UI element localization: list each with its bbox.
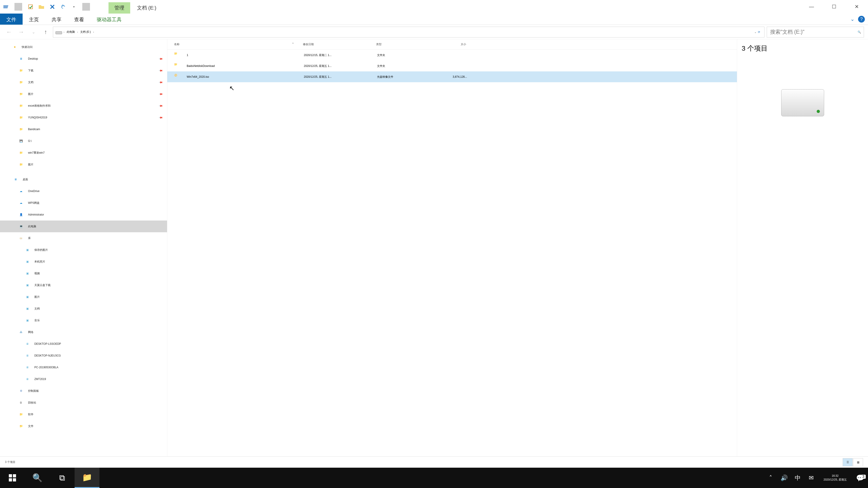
nav-qa-item[interactable]: 📁win7重装win7 [0, 147, 167, 159]
taskbar-search-button[interactable]: 🔍 [25, 468, 50, 488]
breadcrumb-location[interactable]: 文档 (E:) [79, 30, 92, 34]
ribbon-collapse-icon[interactable]: ⌄ [850, 16, 855, 22]
ribbon-tab-drivetools[interactable]: 驱动器工具 [90, 13, 128, 25]
task-view-button[interactable]: ⧉ [50, 468, 74, 488]
nav-wps[interactable]: ☁WPS网盘 [0, 197, 167, 209]
column-name[interactable]: 名称˄ [174, 42, 303, 46]
nav-net-item[interactable]: 🖥DESKTOP-NJEU3CG [0, 350, 167, 361]
nav-software[interactable]: 📁软件 [0, 409, 167, 420]
qat-properties-icon[interactable] [27, 3, 34, 11]
ribbon-tab-share[interactable]: 共享 [45, 13, 68, 25]
nav-qa-item[interactable]: 📁图片📌 [0, 88, 167, 100]
status-bar: 3 个项目 ☰ ▦ [0, 456, 868, 468]
nav-net-item[interactable]: 🖥ZMT2019 [0, 373, 167, 385]
nav-net-item[interactable]: 🖥PC-20190530OBLA [0, 361, 167, 373]
ribbon-tab-file[interactable]: 文件 [0, 13, 23, 25]
qat-undo-icon[interactable] [59, 3, 67, 11]
contextual-tab-manage[interactable]: 管理 [108, 2, 130, 13]
help-icon[interactable]: ? [858, 16, 865, 23]
nav-onedrive[interactable]: ☁OneDrive [0, 185, 167, 197]
breadcrumb-dropdown-icon[interactable]: ⌄ [754, 31, 756, 34]
ribbon-tab-view[interactable]: 查看 [68, 13, 90, 25]
refresh-icon[interactable]: ⟳ [758, 31, 760, 34]
breadcrumb[interactable]: › 此电脑 › 文档 (E:) › ⌄ ⟳ [53, 27, 765, 37]
file-row[interactable]: 📁 1 2020/12/15, 星期二 1... 文件夹 [167, 50, 737, 61]
nav-lib-item[interactable]: ▣天翼云盘下载 [0, 279, 167, 291]
nav-net-item[interactable]: 🖥DESKTOP-LSSOEDP [0, 338, 167, 350]
nav-qa-item[interactable]: 📁YUNQISHI2019📌 [0, 111, 167, 123]
qat-delete-icon[interactable]: ✕ [49, 3, 56, 11]
nav-qa-item[interactable]: 📁excel表格制作求和📌 [0, 100, 167, 111]
nav-files[interactable]: 📁文件 [0, 420, 167, 432]
ime-icon[interactable]: 中 [791, 474, 804, 482]
action-center-button[interactable]: 💬 3 [852, 474, 868, 482]
pin-icon: 📌 [158, 103, 163, 108]
drive-preview-icon [781, 89, 824, 116]
nav-recent-dropdown[interactable]: ⌄ [29, 27, 38, 37]
maximize-button[interactable]: ☐ [823, 0, 845, 13]
close-button[interactable]: ✕ [845, 0, 868, 13]
search-input[interactable] [770, 29, 861, 35]
qat-newfolder-icon[interactable] [37, 3, 45, 11]
tray-app-icon[interactable]: ✉ [804, 475, 818, 482]
column-type[interactable]: 类型 [376, 42, 437, 46]
nav-up-button[interactable]: ↑ [41, 27, 51, 37]
breadcrumb-sep[interactable]: › [64, 31, 64, 34]
nav-label: DESKTOP-NJEU3CG [34, 354, 61, 357]
ribbon-tabs: 文件 主页 共享 查看 驱动器工具 ⌄ ? [0, 13, 868, 25]
nav-qa-item[interactable]: 📁图片 [0, 159, 167, 170]
nav-lib-item[interactable]: ▣本机照片 [0, 256, 167, 267]
nav-label: G:\ [28, 139, 32, 142]
nav-back-button[interactable]: ← [4, 27, 14, 37]
library-icon: 🗂 [17, 235, 25, 241]
taskbar-clock[interactable]: 16:32 2020/12/25, 星期五 [818, 474, 852, 482]
file-row[interactable]: 📁 BaiduNetdiskDownload 2020/12/25, 星期五 1… [167, 61, 737, 71]
nav-lib-item[interactable]: ▣图片 [0, 291, 167, 303]
volume-icon[interactable]: 🔊 [777, 475, 791, 482]
nav-desktop-root[interactable]: 🖥桌面 [0, 173, 167, 185]
ribbon-tab-home[interactable]: 主页 [23, 13, 45, 25]
nav-recycle[interactable]: 🗑回收站 [0, 397, 167, 409]
breadcrumb-this-pc[interactable]: 此电脑 [66, 30, 76, 34]
file-row-selected[interactable]: 📀 Win7x64_2020.iso 2020/12/25, 星期五 1... … [167, 71, 737, 82]
nav-lib-item[interactable]: ▣音乐 [0, 315, 167, 326]
minimize-button[interactable]: — [800, 0, 823, 13]
file-date: 2020/12/25, 星期五 1... [304, 64, 377, 68]
view-thumbnails-button[interactable]: ▦ [853, 458, 863, 466]
breadcrumb-sep[interactable]: › [77, 31, 78, 34]
nav-libraries[interactable]: 🗂库 [0, 232, 167, 244]
nav-quick-access[interactable]: ★ 快速访问 [0, 41, 167, 53]
breadcrumb-tools: ⌄ ⟳ [754, 31, 762, 34]
nav-qa-item[interactable]: 📁下载📌 [0, 65, 167, 76]
qat-dropdown-icon[interactable]: ▾ [70, 3, 78, 11]
file-list[interactable]: 名称˄ 修改日期 类型 大小 📁 1 2020/12/15, 星期二 1... … [167, 39, 737, 456]
nav-qa-item[interactable]: 📁Bandicam [0, 123, 167, 135]
breadcrumb-sep[interactable]: › [93, 31, 94, 34]
start-button[interactable] [0, 468, 25, 488]
column-date[interactable]: 修改日期 [303, 42, 376, 46]
nav-qa-item[interactable]: 💾G:\ [0, 135, 167, 147]
nav-this-pc[interactable]: 💻此电脑 [0, 221, 167, 232]
nav-user[interactable]: 👤Administrator [0, 209, 167, 221]
column-size[interactable]: 大小 [437, 42, 473, 46]
view-details-button[interactable]: ☰ [843, 458, 852, 466]
taskbar-explorer-button[interactable]: 📁 [74, 468, 99, 488]
nav-label: 文件 [28, 424, 33, 428]
nav-control-panel[interactable]: ⚙控制面板 [0, 385, 167, 397]
nav-qa-item[interactable]: 🖥Desktop📌 [0, 53, 167, 65]
nav-qa-item[interactable]: 📁文档📌 [0, 76, 167, 88]
nav-lib-item[interactable]: ▣视频 [0, 267, 167, 279]
nav-forward-button[interactable]: → [16, 27, 26, 37]
search-icon[interactable]: 🔍 [858, 31, 861, 34]
file-date: 2020/12/25, 星期五 1... [304, 75, 377, 79]
search-box[interactable]: 🔍 [767, 27, 864, 37]
qat-app-icon[interactable] [2, 3, 10, 11]
nav-label: 文档 [28, 80, 33, 84]
nav-network[interactable]: 🖧网络 [0, 326, 167, 338]
nav-lib-item[interactable]: ▣保存的图片 [0, 244, 167, 256]
navigation-pane[interactable]: ★ 快速访问 🖥Desktop📌 📁下载📌 📁文档📌 📁图片📌 📁excel表格… [0, 39, 167, 456]
nav-label: YUNQISHI2019 [28, 116, 47, 119]
tray-overflow-icon[interactable]: ˄ [764, 475, 777, 482]
nav-lib-item[interactable]: ▣文档 [0, 303, 167, 315]
svg-rect-3 [13, 474, 16, 477]
